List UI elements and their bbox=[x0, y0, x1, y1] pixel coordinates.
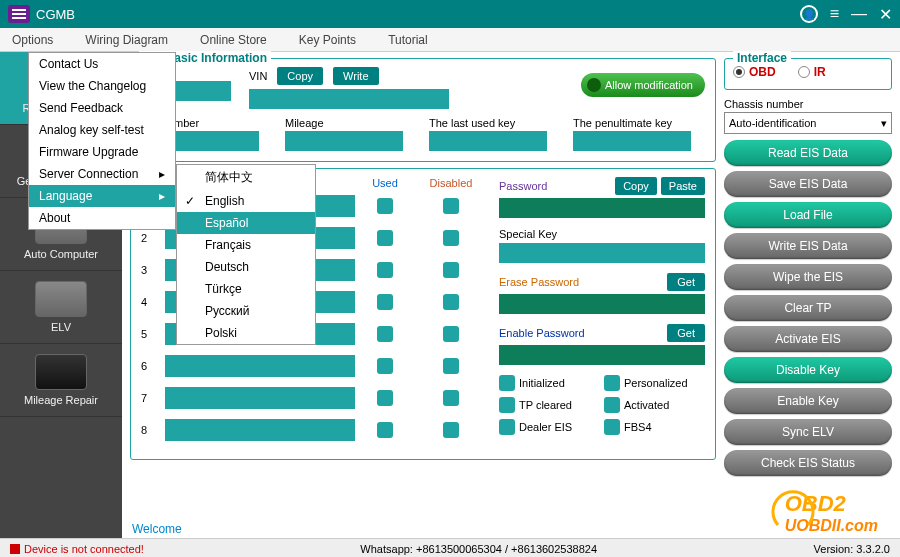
options-item-0[interactable]: Contact Us bbox=[29, 53, 175, 75]
disabled-checkbox[interactable] bbox=[443, 294, 459, 310]
key-num: 8 bbox=[141, 424, 165, 436]
options-item-7[interactable]: About bbox=[29, 207, 175, 229]
status-label: Initialized bbox=[519, 377, 565, 389]
status-checkbox bbox=[604, 397, 620, 413]
language-item-1[interactable]: English bbox=[177, 190, 315, 212]
ir-radio[interactable]: IR bbox=[798, 65, 826, 79]
language-item-5[interactable]: Türkçe bbox=[177, 278, 315, 300]
language-item-4[interactable]: Deutsch bbox=[177, 256, 315, 278]
device-status: Device is not connected! bbox=[10, 543, 144, 555]
vin-value bbox=[249, 89, 449, 109]
special-key-label: Special Key bbox=[499, 228, 557, 240]
statusbar: Device is not connected! Whatsapp: +8613… bbox=[0, 538, 900, 557]
erase-get-button[interactable]: Get bbox=[667, 273, 705, 291]
write-button[interactable]: Write bbox=[333, 67, 378, 85]
menu-wiring[interactable]: Wiring Diagram bbox=[85, 33, 168, 47]
status-label: FBS4 bbox=[624, 421, 652, 433]
options-item-4[interactable]: Firmware Upgrade bbox=[29, 141, 175, 163]
language-item-6[interactable]: Русский bbox=[177, 300, 315, 322]
user-icon[interactable]: 👤 bbox=[800, 5, 818, 23]
action-disable-key[interactable]: Disable Key bbox=[724, 357, 892, 383]
menu-store[interactable]: Online Store bbox=[200, 33, 267, 47]
used-checkbox[interactable] bbox=[377, 358, 393, 374]
disabled-checkbox[interactable] bbox=[443, 326, 459, 342]
chassis-select[interactable]: Auto-identification▾ bbox=[724, 112, 892, 134]
eis-field-label: The penultimate key bbox=[573, 117, 691, 129]
status-label: Personalized bbox=[624, 377, 688, 389]
key-num: 5 bbox=[141, 328, 165, 340]
enable-pw-value bbox=[499, 345, 705, 365]
options-item-1[interactable]: View the Changelog bbox=[29, 75, 175, 97]
options-item-2[interactable]: Send Feedback bbox=[29, 97, 175, 119]
key-num: 3 bbox=[141, 264, 165, 276]
erase-pw-value bbox=[499, 294, 705, 314]
enable-get-button[interactable]: Get bbox=[667, 324, 705, 342]
used-checkbox[interactable] bbox=[377, 326, 393, 342]
status-checkbox bbox=[604, 375, 620, 391]
status-checkbox bbox=[499, 397, 515, 413]
used-checkbox[interactable] bbox=[377, 422, 393, 438]
obd-radio[interactable]: OBD bbox=[733, 65, 776, 79]
chassis-label: Chassis number bbox=[724, 98, 892, 110]
disabled-checkbox[interactable] bbox=[443, 390, 459, 406]
action-enable-key[interactable]: Enable Key bbox=[724, 388, 892, 414]
pw-paste-button[interactable]: Paste bbox=[661, 177, 705, 195]
language-item-3[interactable]: Français bbox=[177, 234, 315, 256]
pw-copy-button[interactable]: Copy bbox=[615, 177, 657, 195]
action-save-eis-data[interactable]: Save EIS Data bbox=[724, 171, 892, 197]
language-item-0[interactable]: 简体中文 bbox=[177, 165, 315, 190]
language-item-2[interactable]: Español bbox=[177, 212, 315, 234]
action-load-file[interactable]: Load File bbox=[724, 202, 892, 228]
app-title: CGMB bbox=[36, 7, 800, 22]
chevron-down-icon: ▾ bbox=[881, 117, 887, 130]
status-label: Activated bbox=[624, 399, 669, 411]
used-checkbox[interactable] bbox=[377, 230, 393, 246]
disabled-header: Disabled bbox=[415, 177, 487, 189]
key-bar bbox=[165, 355, 355, 377]
disabled-checkbox[interactable] bbox=[443, 262, 459, 278]
sidebar-item-3[interactable]: ELV bbox=[0, 271, 122, 344]
eis-field-value bbox=[429, 131, 547, 151]
menu-icon[interactable]: ≡ bbox=[830, 5, 839, 24]
interface-legend: Interface bbox=[733, 51, 791, 65]
options-item-5[interactable]: Server Connection▸ bbox=[29, 163, 175, 185]
action-clear-tp[interactable]: Clear TP bbox=[724, 295, 892, 321]
sidebar-label: Mileage Repair bbox=[24, 394, 98, 406]
used-checkbox[interactable] bbox=[377, 198, 393, 214]
status-checkbox bbox=[499, 375, 515, 391]
sidebar-label: Auto Computer bbox=[24, 248, 98, 260]
key-bar bbox=[165, 387, 355, 409]
options-item-3[interactable]: Analog key self-test bbox=[29, 119, 175, 141]
action-sync-elv[interactable]: Sync ELV bbox=[724, 419, 892, 445]
disabled-checkbox[interactable] bbox=[443, 358, 459, 374]
erase-pw-label: Erase Password bbox=[499, 276, 579, 288]
sidebar-label: ELV bbox=[51, 321, 71, 333]
action-wipe-the-eis[interactable]: Wipe the EIS bbox=[724, 264, 892, 290]
menu-tutorial[interactable]: Tutorial bbox=[388, 33, 428, 47]
menu-options[interactable]: Options bbox=[12, 33, 53, 47]
action-write-eis-data[interactable]: Write EIS Data bbox=[724, 233, 892, 259]
version-info: Version: 3.3.2.0 bbox=[814, 543, 890, 555]
used-checkbox[interactable] bbox=[377, 294, 393, 310]
enable-pw-label: Enable Password bbox=[499, 327, 585, 339]
action-read-eis-data[interactable]: Read EIS Data bbox=[724, 140, 892, 166]
interface-group: Interface OBD IR bbox=[724, 58, 892, 90]
action-activate-eis[interactable]: Activate EIS bbox=[724, 326, 892, 352]
disabled-checkbox[interactable] bbox=[443, 422, 459, 438]
disabled-checkbox[interactable] bbox=[443, 198, 459, 214]
used-checkbox[interactable] bbox=[377, 262, 393, 278]
language-item-7[interactable]: Polski bbox=[177, 322, 315, 344]
disabled-checkbox[interactable] bbox=[443, 230, 459, 246]
options-item-6[interactable]: Language▸ bbox=[29, 185, 175, 207]
action-check-eis-status[interactable]: Check EIS Status bbox=[724, 450, 892, 476]
app-logo bbox=[8, 5, 30, 23]
close-button[interactable]: ✕ bbox=[879, 5, 892, 24]
allow-modification-toggle[interactable]: Allow modification bbox=[581, 73, 705, 97]
used-checkbox[interactable] bbox=[377, 390, 393, 406]
welcome-text: Welcome bbox=[132, 522, 182, 536]
menu-keypoints[interactable]: Key Points bbox=[299, 33, 356, 47]
minimize-button[interactable]: — bbox=[851, 5, 867, 24]
password-label: Password bbox=[499, 180, 547, 192]
sidebar-item-4[interactable]: Mileage Repair bbox=[0, 344, 122, 417]
copy-button[interactable]: Copy bbox=[277, 67, 323, 85]
